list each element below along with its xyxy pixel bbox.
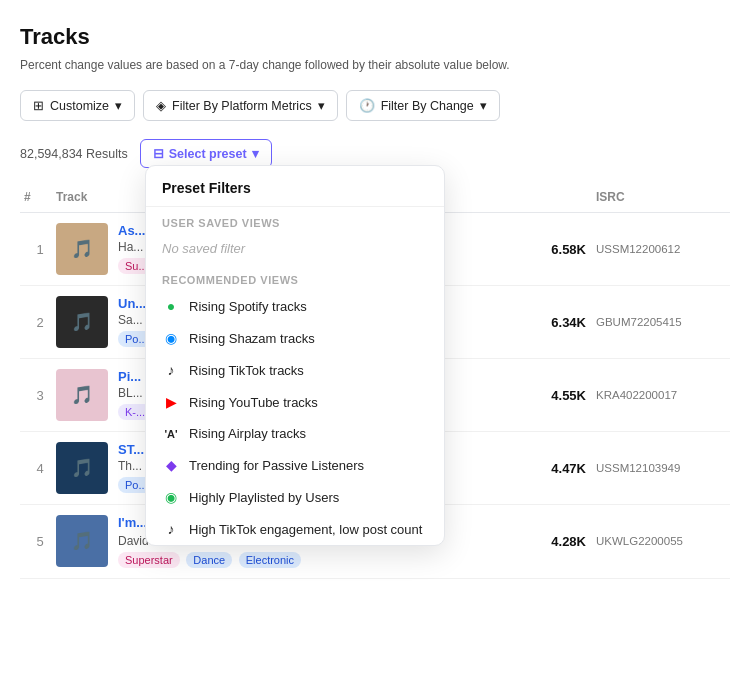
preset-item-0-label: Rising Spotify tracks: [189, 299, 307, 314]
row-num-4: 4: [24, 461, 56, 476]
preset-item-4[interactable]: 'A' Rising Airplay tracks: [146, 418, 444, 449]
preset-item-5[interactable]: ◆ Trending for Passive Listeners: [146, 449, 444, 481]
preset-item-1[interactable]: ◉ Rising Shazam tracks: [146, 322, 444, 354]
no-saved-filter: No saved filter: [146, 233, 444, 264]
results-row: 82,594,834 Results ⊟ Select preset ▾ Pre…: [20, 139, 730, 168]
row-num-2: 2: [24, 315, 56, 330]
spotify-icon: ●: [162, 298, 180, 314]
customize-button[interactable]: ⊞ Customize ▾: [20, 90, 135, 121]
platform-icon: ◈: [156, 98, 166, 113]
preset-item-2-label: Rising TikTok tracks: [189, 363, 304, 378]
page-title: Tracks: [20, 24, 730, 50]
youtube-icon: ▶: [162, 394, 180, 410]
filter-change-label: Filter By Change: [381, 99, 474, 113]
isrc-3: KRA402200017: [596, 389, 726, 401]
filter-platform-label: Filter By Platform Metrics: [172, 99, 312, 113]
change-icon: 🕐: [359, 98, 375, 113]
track-thumb-1: 🎵: [56, 223, 108, 275]
preset-item-3[interactable]: ▶ Rising YouTube tracks: [146, 386, 444, 418]
track-thumb-4: 🎵: [56, 442, 108, 494]
recommended-views-section: RECOMMENDED VIEWS: [146, 264, 444, 290]
isrc-4: USSM12103949: [596, 462, 726, 474]
col-hash: #: [24, 190, 56, 204]
preset-item-6[interactable]: ◉ Highly Playlisted by Users: [146, 481, 444, 513]
tag-5-2[interactable]: Electronic: [239, 552, 301, 568]
preset-item-6-label: Highly Playlisted by Users: [189, 490, 339, 505]
filter-platform-button[interactable]: ◈ Filter By Platform Metrics ▾: [143, 90, 338, 121]
dropdown-title: Preset Filters: [146, 166, 444, 207]
preset-item-1-label: Rising Shazam tracks: [189, 331, 315, 346]
customize-label: Customize: [50, 99, 109, 113]
tiktok-icon: ♪: [162, 362, 180, 378]
user-views-section: USER SAVED VIEWS: [146, 207, 444, 233]
toolbar: ⊞ Customize ▾ ◈ Filter By Platform Metri…: [20, 90, 730, 121]
page-subtitle: Percent change values are based on a 7-d…: [20, 58, 730, 72]
track-thumb-5: 🎵: [56, 515, 108, 567]
platform-chevron-icon: ▾: [318, 98, 325, 113]
row-num-5: 5: [24, 534, 56, 549]
filter-icon: ⊟: [153, 146, 164, 161]
preset-item-4-label: Rising Airplay tracks: [189, 426, 306, 441]
results-count: 82,594,834 Results: [20, 147, 128, 161]
track-thumb-3: 🎵: [56, 369, 108, 421]
row-num-3: 3: [24, 388, 56, 403]
change-chevron-icon: ▾: [480, 98, 487, 113]
isrc-5: UKWLG2200055: [596, 535, 726, 547]
customize-icon: ⊞: [33, 98, 44, 113]
track-tags-5: Superstar Dance Electronic: [118, 550, 304, 568]
preset-dropdown: Preset Filters USER SAVED VIEWS No saved…: [145, 165, 445, 546]
preset-item-2[interactable]: ♪ Rising TikTok tracks: [146, 354, 444, 386]
select-preset-button[interactable]: ⊟ Select preset ▾: [140, 139, 272, 168]
preset-item-5-label: Trending for Passive Listeners: [189, 458, 364, 473]
track-thumb-2: 🎵: [56, 296, 108, 348]
customize-chevron-icon: ▾: [115, 98, 122, 113]
col-isrc: ISRC: [596, 190, 726, 204]
airplay-icon: 'A': [162, 428, 180, 440]
preset-item-0[interactable]: ● Rising Spotify tracks: [146, 290, 444, 322]
row-num-1: 1: [24, 242, 56, 257]
shazam-icon: ◉: [162, 330, 180, 346]
isrc-1: USSM12200612: [596, 243, 726, 255]
tiktok2-icon: ♪: [162, 521, 180, 537]
isrc-2: GBUM72205415: [596, 316, 726, 328]
preset-item-7-label: High TikTok engagement, low post count: [189, 522, 422, 537]
tag-5-1[interactable]: Dance: [186, 552, 232, 568]
tag-5-0[interactable]: Superstar: [118, 552, 180, 568]
preset-chevron-icon: ▾: [252, 146, 259, 161]
filter-change-button[interactable]: 🕐 Filter By Change ▾: [346, 90, 500, 121]
preset-item-7[interactable]: ♪ High TikTok engagement, low post count: [146, 513, 444, 545]
playlist-icon: ◉: [162, 489, 180, 505]
preset-item-3-label: Rising YouTube tracks: [189, 395, 318, 410]
preset-btn-label: Select preset: [169, 147, 247, 161]
passive-icon: ◆: [162, 457, 180, 473]
